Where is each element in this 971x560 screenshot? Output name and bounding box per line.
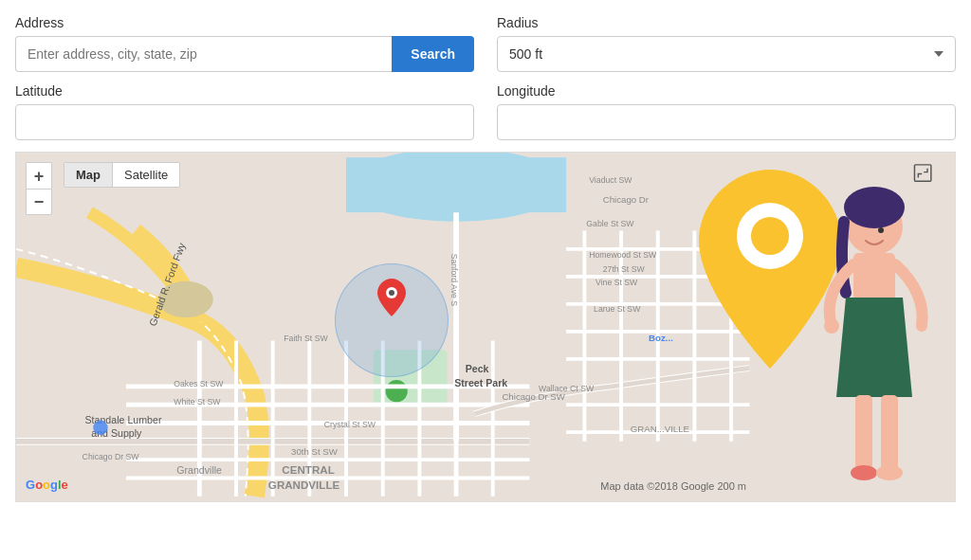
latitude-label: Latitude bbox=[15, 83, 474, 99]
latitude-group: Latitude 42.912724 bbox=[15, 83, 474, 140]
svg-text:Vine St SW: Vine St SW bbox=[595, 278, 638, 287]
radius-label: Radius bbox=[497, 15, 956, 30]
map-type-map-button[interactable]: Map bbox=[64, 163, 113, 187]
map-attribution: Map data ©2018 Google 200 m bbox=[600, 480, 746, 492]
map-type-toggle: Map Satellite bbox=[64, 162, 180, 188]
map-pin bbox=[377, 279, 406, 320]
svg-text:Gable St SW: Gable St SW bbox=[586, 219, 634, 228]
svg-text:White St SW: White St SW bbox=[174, 397, 221, 406]
svg-text:GRAN...VILLE: GRAN...VILLE bbox=[631, 424, 690, 434]
svg-text:Larue St SW: Larue St SW bbox=[594, 304, 641, 314]
address-input-row: Search bbox=[15, 36, 474, 72]
svg-text:Faith St SW: Faith St SW bbox=[284, 334, 328, 343]
address-group: Address Search bbox=[15, 15, 474, 72]
svg-text:Homewood St SW: Homewood St SW bbox=[589, 250, 657, 260]
svg-text:30th St SW: 30th St SW bbox=[291, 446, 339, 457]
longitude-input[interactable]: -85.755076 bbox=[497, 104, 956, 140]
search-button[interactable]: Search bbox=[392, 36, 474, 72]
svg-text:Peck: Peck bbox=[466, 363, 489, 374]
svg-text:Street Park: Street Park bbox=[454, 377, 507, 388]
map-container[interactable]: Gerald R. Ford Fwy Standale Lumber and S… bbox=[15, 152, 956, 502]
address-radius-row: Address Search Radius 500 ft 100 ft 250 … bbox=[15, 15, 956, 72]
svg-text:Oakes St SW: Oakes St SW bbox=[174, 379, 224, 388]
svg-text:Chicago Dr: Chicago Dr bbox=[603, 194, 650, 205]
svg-text:Sanford Ave S: Sanford Ave S bbox=[449, 254, 459, 307]
address-label: Address bbox=[15, 15, 474, 30]
svg-text:Wallace Ct SW: Wallace Ct SW bbox=[539, 384, 595, 393]
svg-point-4 bbox=[386, 380, 408, 402]
radius-select[interactable]: 500 ft 100 ft 250 ft 1000 ft 1 mile 5 mi… bbox=[497, 36, 956, 72]
longitude-label: Longitude bbox=[497, 83, 956, 99]
map-zoom-controls: + − bbox=[26, 162, 52, 215]
svg-point-38 bbox=[93, 421, 107, 435]
svg-point-64 bbox=[389, 290, 394, 296]
svg-text:GRANDVILLE: GRANDVILLE bbox=[268, 479, 340, 491]
svg-rect-2 bbox=[346, 157, 566, 212]
svg-text:27th St SW: 27th St SW bbox=[603, 264, 646, 274]
lat-lon-row: Latitude 42.912724 Longitude -85.755076 bbox=[15, 83, 956, 140]
svg-text:Viaduct SW: Viaduct SW bbox=[589, 175, 632, 185]
address-input[interactable] bbox=[15, 36, 392, 72]
google-logo: Google bbox=[26, 478, 68, 492]
svg-text:Boz...: Boz... bbox=[649, 333, 673, 343]
latitude-input[interactable]: 42.912724 bbox=[15, 104, 474, 140]
svg-text:CENTRAL: CENTRAL bbox=[282, 463, 334, 476]
longitude-group: Longitude -85.755076 bbox=[497, 83, 956, 140]
zoom-out-button[interactable]: − bbox=[26, 189, 52, 215]
svg-text:Grandville: Grandville bbox=[176, 464, 222, 476]
svg-text:Chicago Dr SW: Chicago Dr SW bbox=[502, 391, 565, 402]
map-type-satellite-button[interactable]: Satellite bbox=[113, 163, 179, 187]
radius-group: Radius 500 ft 100 ft 250 ft 1000 ft 1 mi… bbox=[497, 15, 956, 72]
svg-text:Crystal St SW: Crystal St SW bbox=[324, 420, 376, 429]
svg-text:Chicago Dr SW: Chicago Dr SW bbox=[82, 452, 140, 461]
zoom-in-button[interactable]: + bbox=[26, 162, 52, 189]
